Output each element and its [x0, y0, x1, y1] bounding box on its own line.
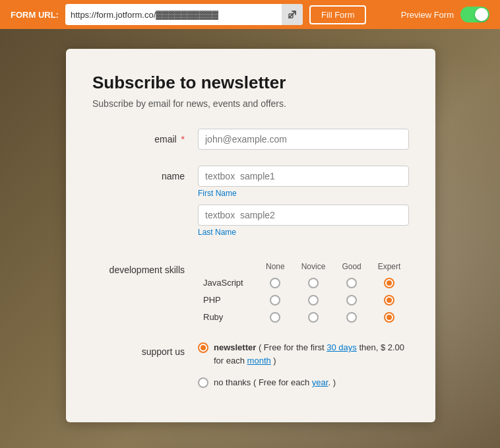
skills-table: None Novice Good Expert JavaScript: [198, 259, 409, 325]
col-novice: Novice: [293, 259, 334, 274]
toolbar: FORM URL: Fill Form Preview Form: [0, 0, 500, 29]
skills-inputs: None Novice Good Expert JavaScript: [198, 259, 409, 325]
name-label: name: [92, 166, 185, 181]
skill-javascript: JavaScript: [198, 274, 258, 291]
last-name-input[interactable]: [198, 205, 409, 226]
ruby-good-radio[interactable]: [346, 312, 357, 323]
preview-toggle[interactable]: [460, 7, 489, 22]
external-link-icon: [288, 10, 297, 19]
js-good-radio[interactable]: [346, 278, 357, 288]
support-label: support us: [92, 341, 185, 357]
table-row: JavaScript: [198, 274, 409, 291]
ruby-expert-radio[interactable]: [384, 312, 394, 323]
email-input[interactable]: [198, 129, 409, 150]
php-expert-radio[interactable]: [384, 295, 394, 305]
ruby-novice-radio[interactable]: [308, 312, 319, 323]
url-input-wrapper: [65, 4, 303, 25]
newsletter-radio[interactable]: [198, 342, 208, 353]
js-novice-radio[interactable]: [308, 278, 319, 288]
first-name-input[interactable]: [198, 166, 409, 187]
name-inputs: First Name Last Name: [198, 166, 409, 243]
php-good-radio[interactable]: [346, 295, 357, 305]
skill-ruby: Ruby: [198, 308, 258, 325]
support-options: newsletter ( Free for the first 30 days …: [198, 341, 409, 399]
url-input[interactable]: [65, 4, 282, 25]
content-area: Subscribe to newsletter Subscribe by ema…: [0, 29, 500, 422]
php-none-radio[interactable]: [270, 295, 280, 305]
skill-col-empty: [198, 259, 258, 274]
list-item: newsletter ( Free for the first 30 days …: [198, 341, 409, 367]
skill-php: PHP: [198, 291, 258, 308]
fill-form-button[interactable]: Fill Form: [309, 5, 367, 24]
ruby-none-radio[interactable]: [270, 312, 280, 323]
name-row: name First Name Last Name: [92, 166, 409, 243]
table-row: PHP: [198, 291, 409, 308]
table-row: Ruby: [198, 308, 409, 325]
url-open-button[interactable]: [282, 4, 303, 25]
toggle-thumb: [475, 8, 488, 21]
col-none: None: [258, 259, 293, 274]
email-row: email *: [92, 129, 409, 150]
col-good: Good: [334, 259, 369, 274]
no-thanks-option-text: no thanks ( Free for each year. ): [214, 376, 336, 389]
newsletter-option-text: newsletter ( Free for the first 30 days …: [214, 341, 409, 367]
list-item: no thanks ( Free for each year. ): [198, 376, 409, 389]
form-url-label: FORM URL:: [11, 10, 59, 20]
js-none-radio[interactable]: [270, 278, 280, 288]
last-name-sublabel: Last Name: [198, 228, 409, 237]
col-expert: Expert: [369, 259, 409, 274]
php-novice-radio[interactable]: [308, 295, 319, 305]
required-indicator: *: [179, 134, 185, 144]
form-subtitle: Subscribe by email for news, events and …: [92, 98, 409, 109]
skills-label: development skills: [92, 259, 185, 275]
skills-row: development skills None Novice Good Expe…: [92, 259, 409, 325]
support-row: support us newsletter ( Free for the fir…: [92, 341, 409, 399]
preview-section: Preview Form: [401, 7, 489, 22]
first-name-sublabel: First Name: [198, 189, 409, 198]
no-thanks-radio[interactable]: [198, 377, 208, 388]
form-title: Subscribe to newsletter: [92, 73, 409, 93]
form-card: Subscribe to newsletter Subscribe by ema…: [66, 49, 435, 422]
email-label: email *: [92, 129, 185, 144]
email-input-wrapper: [198, 129, 409, 150]
js-expert-radio[interactable]: [384, 278, 394, 288]
preview-label: Preview Form: [401, 10, 454, 20]
